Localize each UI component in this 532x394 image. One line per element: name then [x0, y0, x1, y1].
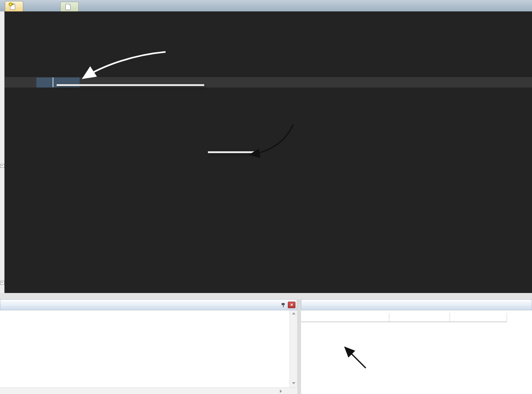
- watch-col-value[interactable]: [389, 313, 450, 322]
- output-panel-caption: ✕: [0, 299, 297, 310]
- add-to-submenu: [208, 151, 256, 153]
- panel-divider[interactable]: [297, 299, 301, 394]
- watch-panel-caption: [301, 299, 532, 310]
- code-layer: [0, 0, 532, 293]
- watch-col-type[interactable]: [450, 313, 507, 322]
- fold-marker-icon[interactable]: [0, 164, 5, 168]
- build-output-panel[interactable]: [0, 310, 290, 387]
- editor-bottom-strip: [0, 293, 532, 299]
- close-icon[interactable]: ✕: [288, 302, 295, 308]
- pin-icon[interactable]: [281, 302, 285, 308]
- keil-uvision-window: ✕: [0, 0, 532, 394]
- output-vertical-scrollbar[interactable]: [290, 310, 297, 387]
- output-horizontal-scrollbar[interactable]: [0, 387, 297, 394]
- tab-stm32f411xe-h[interactable]: [5, 1, 23, 11]
- header-file-icon: [10, 3, 15, 10]
- watch-col-name[interactable]: [301, 313, 389, 322]
- watch-panel[interactable]: [301, 310, 532, 394]
- fold-margin: [0, 11, 5, 293]
- scroll-right-icon[interactable]: [280, 390, 282, 393]
- scroll-up-icon[interactable]: [292, 312, 295, 314]
- fold-marker-icon[interactable]: [0, 281, 5, 285]
- scroll-down-icon[interactable]: [292, 382, 295, 384]
- editor-context-menu: [56, 84, 204, 86]
- code-editor[interactable]: [0, 11, 532, 293]
